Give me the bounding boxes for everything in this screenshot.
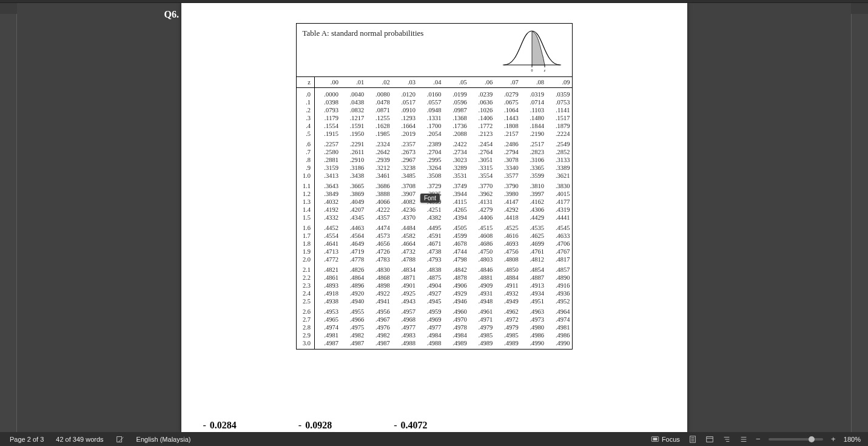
z-cell: .4974 <box>546 316 571 323</box>
normal-curve-icon: 0 z <box>502 27 562 73</box>
z-cell: .4970 <box>443 316 468 323</box>
z-cell: .4989 <box>494 339 520 349</box>
z-row-label: 2.8 <box>297 323 315 331</box>
z-cell: .4898 <box>366 282 391 289</box>
z-cell: .4131 <box>469 198 494 206</box>
z-cell: .4505 <box>443 221 468 232</box>
z-cell: .2995 <box>417 156 443 164</box>
table-row: .2.0793.0832.0871.0910.0948.0987.1026.10… <box>297 106 572 114</box>
z-cell: .4821 <box>315 263 340 274</box>
z-cell: .4989 <box>469 339 494 349</box>
z-cell: .3907 <box>392 190 417 198</box>
z-cell: .1517 <box>546 114 571 122</box>
z-row-label: 1.5 <box>297 214 315 221</box>
z-cell: .4984 <box>417 331 443 339</box>
z-cell: .4906 <box>443 282 468 289</box>
status-proofing[interactable] <box>113 434 127 445</box>
zoom-out-button[interactable]: − <box>754 435 762 444</box>
z-cell: .3133 <box>546 156 571 164</box>
z-cell: .4265 <box>443 206 468 214</box>
z-cell: .3621 <box>546 172 571 180</box>
view-outline-button[interactable] <box>720 434 733 445</box>
table-row: .4.1554.1591.1628.1664.1700.1736.1772.18… <box>297 122 572 130</box>
zoom-slider[interactable] <box>769 438 823 441</box>
table-row: .1.0398.0438.0478.0517.0557.0596.0636.06… <box>297 98 572 106</box>
z-cell: .4616 <box>494 232 520 240</box>
z-cell: .3925 <box>417 190 443 198</box>
z-cell: .4015 <box>546 190 571 198</box>
z-cell: .2088 <box>443 130 468 138</box>
table-row: 1.2.3849.3869.3888.3907.3925.3944.3962.3… <box>297 190 572 198</box>
z-cell: .4406 <box>469 214 494 221</box>
z-cell: .4966 <box>340 316 366 323</box>
view-web-layout-button[interactable] <box>703 434 716 445</box>
z-cell: .1628 <box>366 122 391 130</box>
z-cell: .4938 <box>315 297 340 305</box>
vertical-ruler-left[interactable] <box>0 3 17 432</box>
svg-text:z: z <box>543 69 545 72</box>
z-row-label: .7 <box>297 148 315 156</box>
table-row: .5.1915.1950.1985.2019.2054.2088.2123.21… <box>297 130 572 138</box>
z-cell: .4893 <box>315 282 340 289</box>
view-draft-button[interactable] <box>737 434 750 445</box>
focus-mode-button[interactable]: Focus <box>648 434 682 445</box>
z-cell: .4177 <box>546 198 571 206</box>
z-cell: .0714 <box>520 98 546 106</box>
z-cell: .4934 <box>520 289 546 297</box>
z-cell: .0910 <box>392 106 417 114</box>
z-row-label: .0 <box>297 88 315 99</box>
z-cell: .4608 <box>469 232 494 240</box>
status-page[interactable]: Page 2 of 3 <box>7 434 46 444</box>
document-workspace: Q6. For a standard normal distribution, … <box>0 3 868 432</box>
z-cell: .4932 <box>494 289 520 297</box>
z-cell: .4192 <box>315 206 340 214</box>
z-cell: .2910 <box>340 156 366 164</box>
z-cell: .4940 <box>340 297 366 305</box>
z-cell: .4985 <box>469 331 494 339</box>
z-cell: .4279 <box>469 206 494 214</box>
z-cell: .4969 <box>417 316 443 323</box>
z-cell: .4916 <box>546 282 571 289</box>
z-cell: .0948 <box>417 106 443 114</box>
document-page[interactable]: Table A: standard normal probabilities 0 <box>181 3 687 432</box>
z-cell: .0080 <box>366 88 391 99</box>
z-cell: .4357 <box>366 214 391 221</box>
zoom-in-button[interactable]: + <box>829 435 838 444</box>
zoom-level[interactable]: 180% <box>841 434 863 444</box>
z-cell: .3186 <box>340 164 366 172</box>
z-cell: .4803 <box>469 255 494 263</box>
status-word-count[interactable]: 42 of 349 words <box>53 434 106 444</box>
z-table-header-col: .01 <box>340 77 366 88</box>
z-row-label: .2 <box>297 106 315 114</box>
z-cell: .4554 <box>315 232 340 240</box>
z-cell: .4963 <box>520 305 546 316</box>
zoom-slider-thumb[interactable] <box>809 436 815 442</box>
z-cell: .3643 <box>315 180 340 190</box>
z-cell: .4987 <box>366 339 391 349</box>
z-cell: .4207 <box>340 206 366 214</box>
z-cell: .4979 <box>494 323 520 331</box>
z-cell: .2190 <box>520 130 546 138</box>
status-language[interactable]: English (Malaysia) <box>134 434 193 444</box>
z-cell: .2257 <box>315 138 340 148</box>
table-row: 2.1.4821.4826.4830.4834.4838.4842.4846.4… <box>297 263 572 274</box>
table-row: 2.0.4772.4778.4783.4788.4793.4798.4803.4… <box>297 255 572 263</box>
page-area[interactable]: Q6. For a standard normal distribution, … <box>17 3 851 432</box>
z-cell: .0793 <box>315 106 340 114</box>
z-cell: .4049 <box>340 198 366 206</box>
z-cell: .4222 <box>366 206 391 214</box>
z-cell: .4952 <box>546 297 571 305</box>
z-cell: .4772 <box>315 255 340 263</box>
view-print-layout-button[interactable] <box>686 434 699 445</box>
z-cell: .4887 <box>520 274 546 282</box>
z-cell: .4871 <box>392 274 417 282</box>
svg-line-6 <box>118 437 123 442</box>
z-cell: .4957 <box>392 305 417 316</box>
z-cell: .1026 <box>469 106 494 114</box>
z-cell: .4974 <box>315 323 340 331</box>
z-cell: .3686 <box>366 180 391 190</box>
vertical-ruler-right[interactable] <box>851 3 868 432</box>
z-cell: .4972 <box>494 316 520 323</box>
z-cell: .0478 <box>366 98 391 106</box>
z-cell: .4798 <box>443 255 468 263</box>
